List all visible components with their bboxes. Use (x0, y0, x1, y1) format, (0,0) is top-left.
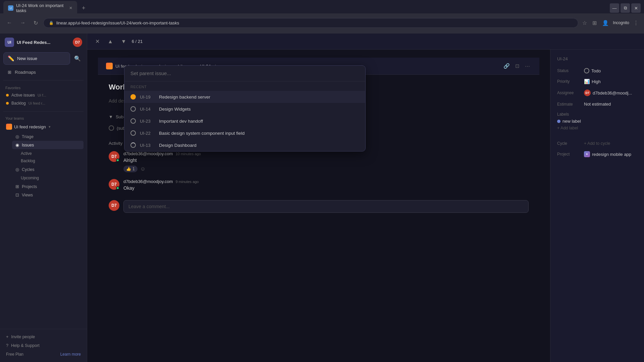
ui23-title: Important dev handoff (159, 119, 203, 124)
dropdown-item-ui23[interactable]: UI-23 Important dev handoff (124, 115, 365, 127)
dropdown-item-ui22[interactable]: UI-22 Basic design system component inpu… (124, 127, 365, 139)
ui19-status-icon (130, 94, 136, 100)
dropdown-item-ui14[interactable]: UI-14 Design Widgets (124, 103, 365, 115)
dropdown-item-ui13[interactable]: UI-13 Design Dashboard (124, 139, 365, 151)
ui19-title: Redesign backend server (159, 95, 210, 100)
dropdown-item-ui19[interactable]: UI-19 Redesign backend server (124, 91, 365, 103)
ui13-status-icon (130, 142, 136, 148)
ui13-id: UI-13 (140, 143, 155, 148)
ui22-id: UI-22 (140, 131, 155, 136)
ui19-id: UI-19 (140, 95, 155, 100)
ui23-status-icon (130, 118, 136, 124)
ui22-status-icon (130, 130, 136, 136)
ui13-title: Design Dashboard (159, 143, 197, 148)
parent-issue-search-input[interactable] (130, 70, 359, 76)
dropdown-search-area (124, 66, 365, 81)
parent-issue-dropdown: Recent UI-19 Redesign backend server UI-… (124, 65, 366, 152)
ui14-title: Design Widgets (159, 107, 191, 112)
dropdown-recent-label: Recent (124, 81, 365, 91)
ui22-title: Basic design system component input fiel… (159, 131, 245, 136)
ui23-id: UI-23 (140, 119, 155, 124)
dropdown-overlay[interactable] (0, 0, 644, 362)
ui14-status-icon (130, 106, 136, 112)
ui14-id: UI-14 (140, 107, 155, 112)
